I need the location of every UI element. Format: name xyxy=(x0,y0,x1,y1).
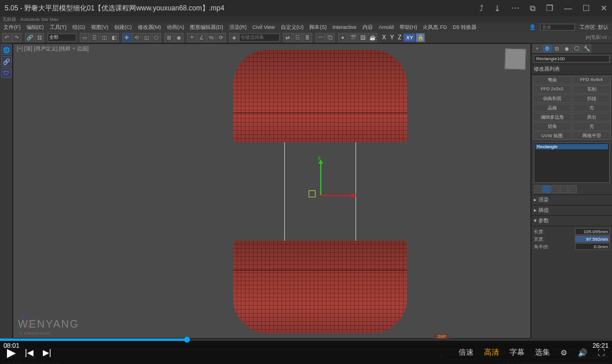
menu-render[interactable]: 渲染(R) xyxy=(227,24,250,31)
menu-edit[interactable]: 编辑(E) xyxy=(24,24,46,31)
playlist-button[interactable]: 选集 xyxy=(535,347,550,358)
selection-set-input[interactable] xyxy=(239,34,280,42)
mod-extrude[interactable]: 挤出 xyxy=(572,113,611,122)
angle-snap-icon[interactable]: ∠ xyxy=(197,33,206,42)
section-params[interactable]: ▾ 参数 xyxy=(532,215,612,226)
align-icon[interactable]: ☷ xyxy=(293,33,302,42)
curve-editor-icon[interactable]: 〰 xyxy=(316,33,325,42)
select-name-icon[interactable]: ☰ xyxy=(90,33,99,42)
scale-icon[interactable]: ◱ xyxy=(142,33,151,42)
menu-graph[interactable]: 图形编辑器(D) xyxy=(188,24,226,31)
mod-bend[interactable]: 弯曲 xyxy=(533,76,571,84)
menu-d5[interactable]: D5 转换器 xyxy=(450,24,479,31)
menu-civil[interactable]: Civil View xyxy=(250,24,277,30)
place-icon[interactable]: ⬡ xyxy=(152,33,161,42)
maximize-icon[interactable]: ☐ xyxy=(582,3,590,13)
pip-icon[interactable]: ⧉ xyxy=(530,3,536,13)
move-icon[interactable]: ✥ xyxy=(122,33,131,42)
menu-create[interactable]: 创建(C) xyxy=(112,24,134,31)
volume-icon[interactable]: 🔊 xyxy=(578,348,587,357)
select-region-icon[interactable]: ◫ xyxy=(100,33,109,42)
progress-bar[interactable] xyxy=(0,339,612,341)
menu-custom[interactable]: 自定义(U) xyxy=(278,24,306,31)
length-input[interactable] xyxy=(575,228,610,235)
material-icon[interactable]: ● xyxy=(338,33,347,42)
tab-utilities-icon[interactable]: 🔧 xyxy=(582,45,591,53)
mod-meshsmooth[interactable]: 网格平滑 xyxy=(572,131,611,140)
mod-ffd2[interactable]: FFD 2x2x2 xyxy=(533,85,571,94)
minimize-icon[interactable]: — xyxy=(564,3,572,13)
width-input[interactable] xyxy=(575,236,610,242)
quality-button[interactable]: 高清 xyxy=(484,347,499,358)
share-icon[interactable]: ⤴ xyxy=(479,3,483,13)
tab-display-icon[interactable]: 🖵 xyxy=(572,45,581,53)
move-gizmo[interactable]: y x xyxy=(316,163,362,209)
mod-ffd4[interactable]: FFD 4x4x4 xyxy=(572,76,611,84)
schematic-icon[interactable]: ⿻ xyxy=(325,33,335,42)
menu-phoenix[interactable]: 火凤凰 FD xyxy=(420,24,449,31)
shield-icon[interactable]: 🛡 xyxy=(1,68,12,78)
mod-shell2[interactable]: 壳 xyxy=(572,122,611,131)
menu-content[interactable]: 内容 xyxy=(360,24,375,31)
axis-lock-icon[interactable]: 🔒 xyxy=(416,33,425,42)
redo-icon[interactable]: ↷ xyxy=(12,33,21,42)
axis-y[interactable]: Y xyxy=(389,34,396,41)
show-end-icon[interactable] xyxy=(543,185,551,193)
render-icon[interactable]: ☕ xyxy=(368,33,377,42)
section-render[interactable]: ▸ 渲染 xyxy=(532,194,612,205)
menu-script[interactable]: 脚本(S) xyxy=(307,24,329,31)
object-name-field[interactable]: Rectangle100 xyxy=(534,55,610,62)
menu-arnold[interactable]: Arnold xyxy=(376,24,396,30)
mod-editpoly[interactable]: 编辑多边形 xyxy=(533,113,571,122)
named-sel-icon[interactable]: ◈ xyxy=(229,33,239,42)
section-interp[interactable]: ▸ 插值 xyxy=(532,205,612,215)
workspace-label[interactable]: 工作区: 默认 xyxy=(577,24,611,31)
download-icon[interactable]: ⤓ xyxy=(494,3,501,13)
next-icon[interactable]: ▶| xyxy=(43,348,52,357)
percent-snap-icon[interactable]: % xyxy=(207,33,216,42)
menu-anim[interactable]: 动画(A) xyxy=(164,24,186,31)
menu-file[interactable]: 文件(F) xyxy=(1,24,23,31)
world-icon[interactable]: 🌐 xyxy=(1,45,12,55)
viewport[interactable]: [+] [顶] [用户定义] [线框 + 边面] y x zx WENYANG … xyxy=(13,43,531,339)
axis-xy[interactable]: XY xyxy=(404,34,415,42)
snap-icon[interactable]: ⌖ xyxy=(187,33,196,42)
fullscreen-icon[interactable]: ⛶ xyxy=(598,348,605,357)
prev-icon[interactable]: |◀ xyxy=(25,348,34,357)
tab-hierarchy-icon[interactable]: ⊟ xyxy=(552,45,562,53)
undo-icon[interactable]: ↶ xyxy=(2,33,12,42)
rotate-icon[interactable]: ⟲ xyxy=(132,33,141,42)
window-icon[interactable]: ❐ xyxy=(546,3,554,13)
mod-shell[interactable]: 壳 xyxy=(572,104,611,112)
mirror-icon[interactable]: ⇄ xyxy=(283,33,292,42)
speed-button[interactable]: 倍速 xyxy=(459,347,474,358)
layer-icon[interactable]: ≣ xyxy=(303,33,312,42)
tab-motion-icon[interactable]: ◉ xyxy=(562,45,571,53)
window-crossing-icon[interactable]: ◧ xyxy=(109,33,119,42)
close-icon[interactable]: ✕ xyxy=(600,3,607,13)
axis-z[interactable]: Z xyxy=(396,34,403,41)
mod-lattice[interactable]: 晶格 xyxy=(533,104,571,112)
axis-x[interactable]: X xyxy=(380,34,388,41)
settings-icon[interactable]: ⚙ xyxy=(560,348,567,357)
menu-view[interactable]: 视图(V) xyxy=(89,24,111,31)
menu-mod[interactable]: 修改器(M) xyxy=(135,24,164,31)
filter-dropdown[interactable] xyxy=(47,34,76,42)
menu-help[interactable]: 帮助(H) xyxy=(397,24,420,31)
spinner-snap-icon[interactable]: ⟳ xyxy=(217,33,226,42)
link2-icon[interactable]: 🔗 xyxy=(1,56,12,67)
link-icon[interactable]: 🔗 xyxy=(25,33,34,42)
mod-sweep[interactable]: 扫描 xyxy=(572,94,611,103)
remove-mod-icon[interactable] xyxy=(560,185,568,193)
modifier-list-header[interactable]: 修改器列表 xyxy=(532,64,612,75)
mod-lathe[interactable]: 车削 xyxy=(572,85,611,94)
render-frame-icon[interactable]: 🖼 xyxy=(358,33,367,42)
menu-group[interactable]: 组(G) xyxy=(70,24,87,31)
stack-item[interactable]: Rectangle xyxy=(536,144,608,149)
config-icon[interactable] xyxy=(569,185,577,193)
menu-tools[interactable]: 工具(T) xyxy=(47,24,69,31)
pin-stack-icon[interactable] xyxy=(534,185,542,193)
ref-coord-icon[interactable]: ⊞ xyxy=(164,33,174,42)
subtitle-button[interactable]: 字幕 xyxy=(510,347,525,358)
modifier-stack[interactable]: Rectangle xyxy=(534,142,610,183)
